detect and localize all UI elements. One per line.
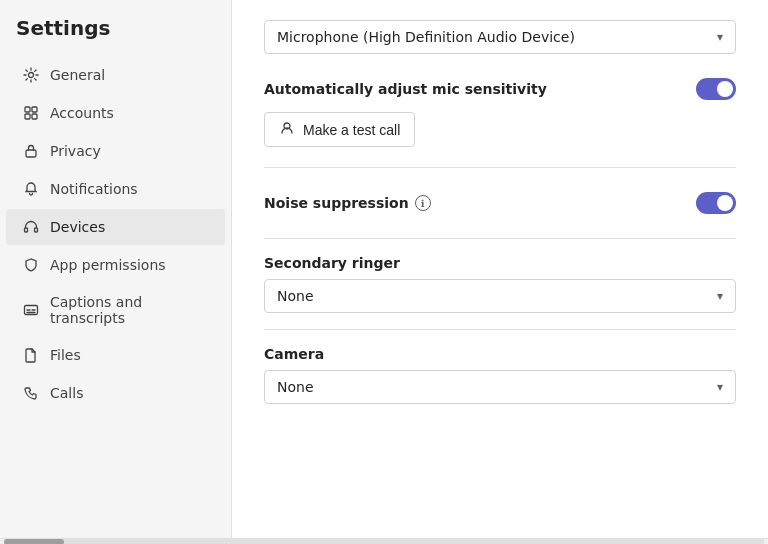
settings-title: Settings	[0, 16, 231, 56]
scrollbar-thumb	[4, 539, 64, 545]
sidebar-item-app-permissions-label: App permissions	[50, 257, 166, 273]
phone-icon	[22, 384, 40, 402]
accounts-icon	[22, 104, 40, 122]
sidebar-item-devices-label: Devices	[50, 219, 105, 235]
main-content: Microphone (High Definition Audio Device…	[232, 0, 768, 538]
app-container: Settings General Accounts	[0, 0, 768, 538]
headset-icon	[22, 218, 40, 236]
captions-icon	[22, 301, 40, 319]
camera-section: Camera None ▾	[264, 346, 736, 404]
noise-suppression-label: Noise suppression	[264, 195, 409, 211]
svg-rect-7	[35, 228, 38, 232]
test-call-label: Make a test call	[303, 122, 400, 138]
divider-1	[264, 167, 736, 168]
svg-rect-3	[25, 114, 30, 119]
horizontal-scrollbar[interactable]	[0, 538, 768, 544]
svg-rect-2	[32, 107, 37, 112]
sidebar: Settings General Accounts	[0, 0, 232, 538]
microphone-chevron-icon: ▾	[717, 30, 723, 44]
svg-rect-5	[26, 150, 36, 157]
sidebar-item-accounts[interactable]: Accounts	[6, 95, 225, 131]
noise-suppression-info-icon[interactable]: ℹ	[415, 195, 431, 211]
gear-icon	[22, 66, 40, 84]
microphone-dropdown[interactable]: Microphone (High Definition Audio Device…	[264, 20, 736, 54]
file-icon	[22, 346, 40, 364]
sidebar-item-general[interactable]: General	[6, 57, 225, 93]
noise-suppression-toggle[interactable]	[696, 192, 736, 214]
sidebar-item-general-label: General	[50, 67, 105, 83]
svg-point-0	[29, 73, 34, 78]
sidebar-item-captions-label: Captions and transcripts	[50, 294, 209, 326]
sidebar-item-devices[interactable]: Devices	[6, 209, 225, 245]
sidebar-item-accounts-label: Accounts	[50, 105, 114, 121]
auto-adjust-row: Automatically adjust mic sensitivity	[264, 70, 736, 108]
secondary-ringer-value: None	[277, 288, 314, 304]
camera-value: None	[277, 379, 314, 395]
divider-2	[264, 238, 736, 239]
camera-label: Camera	[264, 346, 736, 362]
sidebar-item-privacy[interactable]: Privacy	[6, 133, 225, 169]
svg-rect-4	[32, 114, 37, 119]
auto-adjust-toggle[interactable]	[696, 78, 736, 100]
sidebar-item-privacy-label: Privacy	[50, 143, 101, 159]
auto-adjust-label: Automatically adjust mic sensitivity	[264, 81, 547, 97]
svg-rect-6	[25, 228, 28, 232]
noise-suppression-label-group: Noise suppression ℹ	[264, 195, 431, 211]
sidebar-item-files[interactable]: Files	[6, 337, 225, 373]
camera-dropdown[interactable]: None ▾	[264, 370, 736, 404]
divider-3	[264, 329, 736, 330]
sidebar-item-captions[interactable]: Captions and transcripts	[6, 285, 225, 335]
sidebar-item-app-permissions[interactable]: App permissions	[6, 247, 225, 283]
microphone-dropdown-label: Microphone (High Definition Audio Device…	[277, 29, 575, 45]
camera-chevron-icon: ▾	[717, 380, 723, 394]
scrollbar-track	[4, 539, 764, 545]
secondary-ringer-label: Secondary ringer	[264, 255, 736, 271]
sidebar-item-files-label: Files	[50, 347, 81, 363]
test-call-button[interactable]: Make a test call	[264, 112, 415, 147]
test-call-icon	[279, 120, 295, 139]
secondary-ringer-section: Secondary ringer None ▾	[264, 255, 736, 313]
noise-suppression-row: Noise suppression ℹ	[264, 184, 736, 222]
sidebar-item-notifications-label: Notifications	[50, 181, 138, 197]
sidebar-item-calls-label: Calls	[50, 385, 83, 401]
sidebar-item-notifications[interactable]: Notifications	[6, 171, 225, 207]
sidebar-item-calls[interactable]: Calls	[6, 375, 225, 411]
secondary-ringer-chevron-icon: ▾	[717, 289, 723, 303]
lock-icon	[22, 142, 40, 160]
bell-icon	[22, 180, 40, 198]
svg-rect-1	[25, 107, 30, 112]
secondary-ringer-dropdown[interactable]: None ▾	[264, 279, 736, 313]
shield-icon	[22, 256, 40, 274]
